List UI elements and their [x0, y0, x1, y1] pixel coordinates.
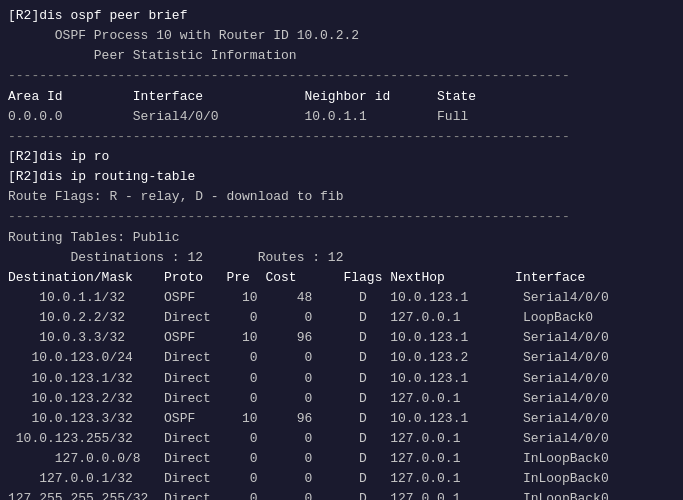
- terminal-line: 10.0.3.3/32 OSPF 10 96 D 10.0.123.1 Seri…: [8, 328, 675, 348]
- terminal-line: [R2]dis ospf peer brief: [8, 6, 675, 26]
- terminal-line: 10.0.123.1/32 Direct 0 0 D 10.0.123.1 Se…: [8, 369, 675, 389]
- terminal-line: [R2]dis ip ro: [8, 147, 675, 167]
- terminal-line: ----------------------------------------…: [8, 66, 675, 86]
- terminal-line: 127.0.0.0/8 Direct 0 0 D 127.0.0.1 InLoo…: [8, 449, 675, 469]
- terminal-line: Routing Tables: Public: [8, 228, 675, 248]
- terminal-line: 127.0.0.1/32 Direct 0 0 D 127.0.0.1 InLo…: [8, 469, 675, 489]
- terminal-line: ----------------------------------------…: [8, 207, 675, 227]
- terminal-line: Route Flags: R - relay, D - download to …: [8, 187, 675, 207]
- terminal-line: 10.0.123.255/32 Direct 0 0 D 127.0.0.1 S…: [8, 429, 675, 449]
- terminal-line: [R2]dis ip routing-table: [8, 167, 675, 187]
- terminal-line: 0.0.0.0 Serial4/0/0 10.0.1.1 Full: [8, 107, 675, 127]
- terminal-line: 127.255.255.255/32 Direct 0 0 D 127.0.0.…: [8, 489, 675, 500]
- terminal-line: 10.0.1.1/32 OSPF 10 48 D 10.0.123.1 Seri…: [8, 288, 675, 308]
- terminal-line: Destinations : 12 Routes : 12: [8, 248, 675, 268]
- terminal-line: OSPF Process 10 with Router ID 10.0.2.2: [8, 26, 675, 46]
- terminal-line: Area Id Interface Neighbor id State: [8, 87, 675, 107]
- terminal-line: 10.0.123.2/32 Direct 0 0 D 127.0.0.1 Ser…: [8, 389, 675, 409]
- terminal-line: 10.0.123.3/32 OSPF 10 96 D 10.0.123.1 Se…: [8, 409, 675, 429]
- terminal-line: ----------------------------------------…: [8, 127, 675, 147]
- terminal-line: Peer Statistic Information: [8, 46, 675, 66]
- terminal-window: [R2]dis ospf peer brief OSPF Process 10 …: [0, 0, 683, 500]
- terminal-line: 10.0.2.2/32 Direct 0 0 D 127.0.0.1 LoopB…: [8, 308, 675, 328]
- terminal-line: Destination/Mask Proto Pre Cost Flags Ne…: [8, 268, 675, 288]
- terminal-line: 10.0.123.0/24 Direct 0 0 D 10.0.123.2 Se…: [8, 348, 675, 368]
